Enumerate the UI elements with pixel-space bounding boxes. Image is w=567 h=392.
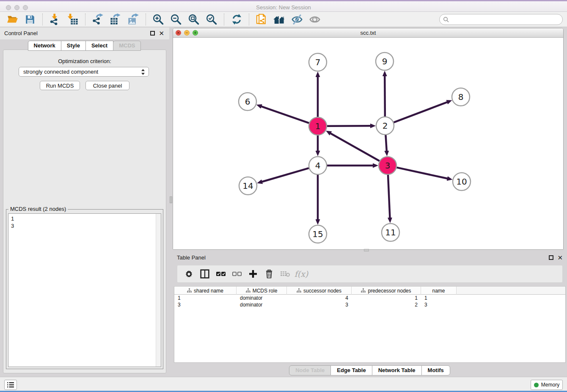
close-panel-button[interactable]: Close panel xyxy=(85,81,129,90)
close-table-panel-icon[interactable]: ✕ xyxy=(557,255,563,260)
graph-edge-2-9[interactable] xyxy=(385,76,385,116)
dropdown-selected-value: strongly connected component xyxy=(23,69,98,75)
import-network-icon[interactable] xyxy=(48,13,62,26)
zoom-fit-icon[interactable] xyxy=(187,13,201,26)
search-input[interactable] xyxy=(449,15,562,24)
status-bar: Memory xyxy=(0,377,567,391)
tab-motifs[interactable]: Motifs xyxy=(421,365,450,375)
graph-edge-3-10[interactable] xyxy=(396,168,447,179)
tab-node-table[interactable]: Node Table xyxy=(289,365,331,375)
zoom-selected-icon[interactable] xyxy=(205,13,218,26)
column-header-shared-name[interactable]: shared name xyxy=(174,287,237,295)
graph-edge-1-2[interactable] xyxy=(327,126,371,126)
memory-status-icon xyxy=(534,383,539,387)
titlebar[interactable]: Session: New Session xyxy=(0,0,567,12)
graph-node-label-1: 1 xyxy=(315,121,321,131)
deselect-all-rows-icon[interactable] xyxy=(230,267,244,281)
table-toolbar: f(x) xyxy=(177,265,563,283)
vertical-splitter-handle[interactable] xyxy=(170,196,172,203)
graph-edge-2-3[interactable] xyxy=(385,135,386,151)
column-header-MCDS-role[interactable]: MCDS role xyxy=(237,287,287,295)
graph-node-label-15: 15 xyxy=(312,229,323,239)
network-canvas[interactable]: 1234678910111415 xyxy=(173,38,563,250)
table-cell[interactable]: 1 xyxy=(421,295,457,301)
control-panel-header: Control Panel ✕ xyxy=(0,28,169,39)
add-column-icon[interactable] xyxy=(246,267,260,281)
close-panel-icon[interactable]: ✕ xyxy=(159,31,164,36)
tab-mcds[interactable]: MCDS xyxy=(113,41,141,51)
select-all-rows-icon[interactable] xyxy=(214,267,228,281)
hide-selected-icon[interactable] xyxy=(290,13,304,26)
zoom-out-icon[interactable] xyxy=(169,13,183,26)
tab-network-table[interactable]: Network Table xyxy=(372,365,422,375)
graph-edge-4-14[interactable] xyxy=(262,168,309,182)
table-cell[interactable]: 3 xyxy=(421,302,457,308)
show-column-browser-icon[interactable] xyxy=(198,267,212,281)
export-image-icon[interactable] xyxy=(127,13,140,26)
export-table-icon[interactable] xyxy=(109,13,122,26)
new-network-icon[interactable] xyxy=(255,13,268,26)
toolbar-separator xyxy=(224,14,224,25)
table-cell[interactable]: 2 xyxy=(352,302,421,308)
graph-edge-1-6[interactable] xyxy=(261,106,309,123)
open-session-icon[interactable] xyxy=(6,13,19,26)
column-settings-gear-icon[interactable] xyxy=(182,267,196,281)
network-window-titlebar[interactable]: ✕ − + scc.txt xyxy=(173,28,563,38)
table-cell[interactable]: 4 xyxy=(287,295,352,301)
optimization-criterion-label: Optimization criterion: xyxy=(0,58,169,64)
zoom-in-icon[interactable] xyxy=(151,13,165,26)
refresh-layout-icon[interactable] xyxy=(230,13,243,26)
main-toolbar xyxy=(0,12,567,27)
column-type-icon xyxy=(361,288,366,293)
run-mcds-button[interactable]: Run MCDS xyxy=(40,81,80,90)
optimization-criterion-dropdown[interactable]: strongly connected component xyxy=(19,67,149,77)
graph-node-label-14: 14 xyxy=(242,181,253,191)
mcds-result-textarea[interactable]: 13 xyxy=(8,213,161,367)
horizontal-splitter-handle[interactable] xyxy=(364,249,369,251)
save-session-icon[interactable] xyxy=(23,13,37,26)
result-scrollbar[interactable] xyxy=(156,214,161,367)
table-row[interactable]: 1dominator411 xyxy=(174,295,565,301)
function-builder-icon[interactable]: f(x) xyxy=(294,267,308,281)
tab-network[interactable]: Network xyxy=(28,41,61,51)
graph-edge-2-8[interactable] xyxy=(394,102,448,122)
tab-style[interactable]: Style xyxy=(61,41,86,51)
memory-button[interactable]: Memory xyxy=(531,380,563,390)
graph-node-label-6: 6 xyxy=(245,97,250,107)
mcds-result-title: MCDS result (2 nodes) xyxy=(8,206,68,212)
first-neighbors-icon[interactable] xyxy=(272,13,286,26)
node-table[interactable]: shared nameMCDS rolesuccessor nodesprede… xyxy=(174,286,566,363)
toolbar-separator xyxy=(85,14,85,25)
table-cell[interactable]: dominator xyxy=(237,302,287,308)
task-history-button[interactable] xyxy=(4,380,17,390)
float-table-panel-icon[interactable] xyxy=(549,255,553,260)
column-header-predecessor-nodes[interactable]: predecessor nodes xyxy=(352,287,421,295)
float-panel-icon[interactable] xyxy=(150,31,155,36)
column-header-name[interactable]: name xyxy=(421,287,457,295)
table-cell[interactable]: 1 xyxy=(174,295,237,301)
import-table-icon[interactable] xyxy=(66,13,80,26)
table-cell[interactable]: 3 xyxy=(174,302,237,308)
column-header-label: predecessor nodes xyxy=(368,288,411,294)
graph-node-label-11: 11 xyxy=(385,227,396,237)
table-cell[interactable]: 1 xyxy=(352,295,421,301)
table-cell[interactable]: 3 xyxy=(287,302,352,308)
graph-edge-3-1[interactable] xyxy=(330,133,380,161)
toolbar-separator xyxy=(249,14,249,25)
export-network-icon[interactable] xyxy=(91,13,105,26)
tab-edge-table[interactable]: Edge Table xyxy=(330,365,372,375)
graph-edge-3-11[interactable] xyxy=(388,175,390,218)
delete-column-icon[interactable] xyxy=(262,267,276,281)
search-box[interactable] xyxy=(439,14,563,25)
column-header-successor-nodes[interactable]: successor nodes xyxy=(287,287,352,295)
delete-table-icon[interactable] xyxy=(278,267,292,281)
table-cell[interactable]: dominator xyxy=(237,295,287,301)
mcds-result-group: MCDS result (2 nodes) 13 xyxy=(6,209,163,369)
show-all-icon[interactable] xyxy=(308,13,322,26)
control-panel-title: Control Panel xyxy=(4,30,38,36)
table-row[interactable]: 3dominator323 xyxy=(174,301,565,308)
tab-select[interactable]: Select xyxy=(85,41,113,51)
table-panel-header: Table Panel ✕ xyxy=(173,252,567,263)
graph-node-label-10: 10 xyxy=(456,177,467,187)
result-line: 3 xyxy=(11,222,14,229)
